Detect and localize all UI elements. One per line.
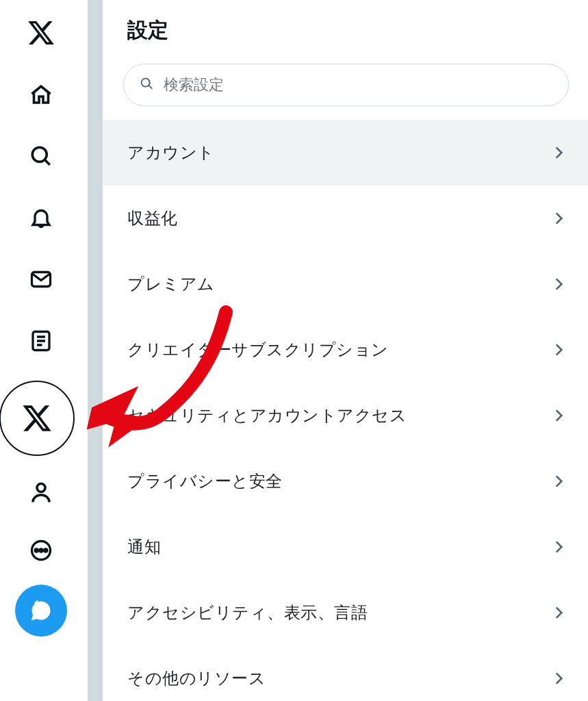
svg-point-3 [37,484,45,492]
settings-item-security[interactable]: セキュリティとアカウントアクセス [103,383,588,448]
settings-item-notifications[interactable]: 通知 [103,514,588,580]
page-title: 設定 [103,10,588,64]
settings-list: アカウント 収益化 プレミアム クリエイターサブスクリプション セキュリティとア… [103,120,588,701]
settings-item-account[interactable]: アカウント [103,120,588,186]
messages-icon[interactable] [19,257,63,301]
lists-icon[interactable] [19,319,63,363]
chevron-right-icon [550,670,567,687]
settings-item-resources[interactable]: その他のリソース [103,646,588,701]
settings-item-accessibility[interactable]: アクセシビリティ、表示、言語 [103,580,588,646]
vertical-divider [88,0,103,701]
chevron-right-icon [550,407,567,424]
chevron-right-icon [550,275,567,293]
settings-item-label: その他のリソース [127,667,266,689]
search-input[interactable] [164,76,553,94]
settings-item-monetization[interactable]: 収益化 [103,186,588,251]
more-icon[interactable] [19,528,63,572]
settings-item-premium[interactable]: プレミアム [103,251,588,317]
chevron-right-icon [550,341,567,359]
left-sidebar [0,0,82,701]
search-icon [139,76,164,94]
settings-item-label: クリエイターサブスクリプション [127,339,389,361]
svg-point-0 [32,147,47,162]
settings-item-label: プレミアム [127,273,215,295]
chevron-right-icon [550,472,567,490]
chevron-right-icon [550,144,567,162]
compose-button[interactable] [15,585,67,637]
svg-point-6 [40,549,42,552]
svg-point-5 [35,549,38,552]
settings-item-label: アカウント [127,142,215,164]
home-icon[interactable] [19,73,63,116]
account-switcher-icon[interactable] [0,381,75,456]
x-logo-icon[interactable] [19,11,63,55]
settings-item-creator-subs[interactable]: クリエイターサブスクリプション [103,317,588,383]
settings-item-label: アクセシビリティ、表示、言語 [127,602,368,624]
settings-search-field[interactable] [123,64,569,106]
chevron-right-icon [550,538,567,556]
settings-item-label: 収益化 [127,207,178,229]
profile-icon[interactable] [19,471,63,515]
search-nav-icon[interactable] [19,134,63,178]
settings-item-label: セキュリティとアカウントアクセス [127,405,407,426]
chevron-right-icon [550,209,567,227]
notifications-icon[interactable] [19,196,63,240]
chevron-right-icon [550,604,567,622]
svg-point-7 [44,549,47,552]
settings-item-label: プライバシーと安全 [127,470,283,492]
settings-item-privacy[interactable]: プライバシーと安全 [103,448,588,514]
settings-item-label: 通知 [127,536,161,558]
settings-panel: 設定 アカウント 収益化 プレミアム クリエイターサブスクリプション セキュリテ… [103,0,588,701]
